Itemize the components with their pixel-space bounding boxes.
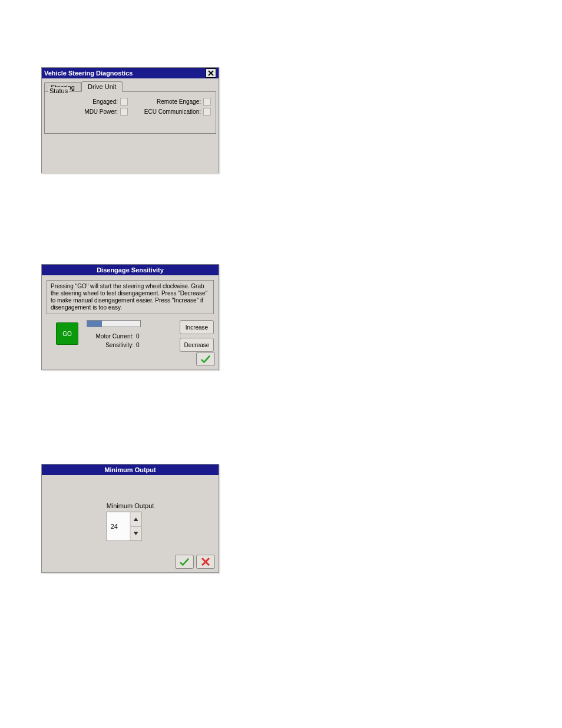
close-button[interactable] — [206, 68, 216, 78]
increase-button[interactable]: Increase — [180, 320, 214, 334]
minimum-output-window: Minimum Output Minimum Output 24 — [41, 464, 219, 573]
instructions-text: Pressing "GO" will start the steering wh… — [47, 280, 214, 314]
titlebar: Disengage Sensitivity — [42, 265, 219, 275]
remote-engage-indicator — [203, 98, 211, 106]
check-icon — [200, 354, 211, 364]
progress-fill — [87, 321, 102, 327]
engaged-indicator — [120, 98, 128, 106]
status-engaged: Engaged: — [47, 98, 130, 106]
chevron-up-icon — [134, 518, 138, 521]
disengage-sensitivity-window: Disengage Sensitivity Pressing "GO" will… — [41, 264, 219, 370]
minimum-output-label: Minimum Output — [107, 502, 154, 509]
window-title: Minimum Output — [104, 465, 156, 475]
window-title: Disengage Sensitivity — [97, 265, 164, 275]
cancel-button[interactable] — [196, 555, 215, 569]
sensitivity-label: Sensitivity: — [87, 342, 134, 348]
x-icon — [200, 557, 211, 566]
check-icon — [179, 557, 190, 566]
motor-current-label: Motor Current: — [87, 333, 134, 340]
ok-button[interactable] — [196, 352, 215, 366]
mdu-power-indicator — [120, 108, 128, 116]
svg-marker-2 — [134, 518, 138, 521]
vehicle-steering-diagnostics-window: Vehicle Steering Diagnostics Steering Dr… — [41, 67, 219, 173]
minimum-output-spinner: 24 — [107, 512, 142, 541]
progress-bar — [87, 320, 141, 327]
close-icon — [208, 70, 214, 76]
sensitivity-value: 0 — [136, 342, 140, 348]
status-groupbox: Status Engaged: Remote Engage: MDU Power… — [44, 91, 216, 134]
minimum-output-value[interactable]: 24 — [107, 512, 131, 541]
status-mdu-power: MDU Power: — [47, 108, 130, 116]
ecu-communication-indicator — [203, 108, 211, 116]
decrease-button[interactable]: Decrease — [180, 338, 214, 352]
status-remote-engage: Remote Engage: — [130, 98, 213, 106]
titlebar: Vehicle Steering Diagnostics — [42, 68, 219, 78]
go-button[interactable]: GO — [56, 322, 78, 345]
spinner-down-button[interactable] — [131, 527, 141, 541]
titlebar: Minimum Output — [42, 465, 219, 475]
ok-button[interactable] — [175, 555, 194, 569]
svg-marker-3 — [134, 532, 138, 535]
motor-current-value: 0 — [136, 333, 140, 340]
window-title: Vehicle Steering Diagnostics — [44, 68, 133, 78]
tab-drive-unit[interactable]: Drive Unit — [81, 81, 123, 92]
groupbox-label: Status — [48, 87, 69, 94]
chevron-down-icon — [134, 532, 138, 535]
status-ecu-communication: ECU Communication: — [130, 108, 213, 116]
spinner-up-button[interactable] — [131, 512, 141, 527]
